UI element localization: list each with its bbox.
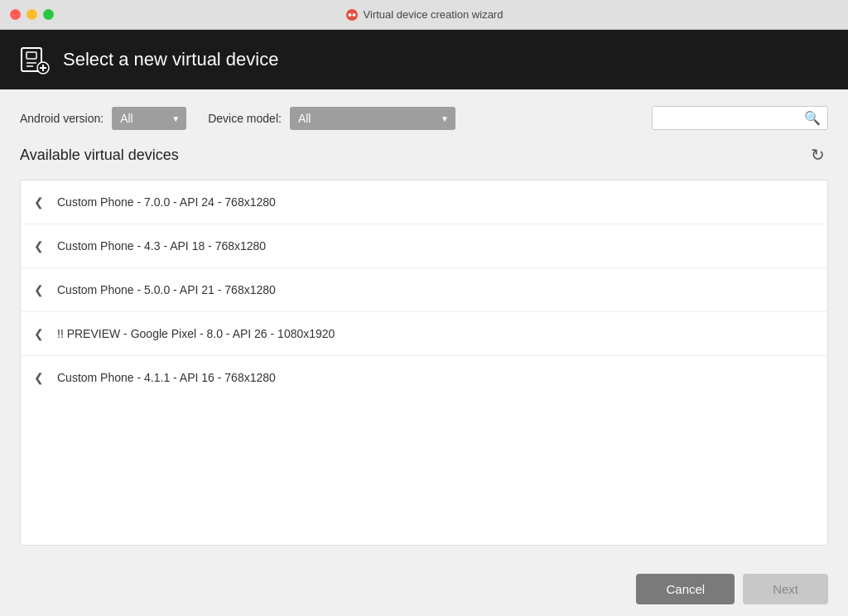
svg-point-2 <box>352 13 355 17</box>
next-button[interactable]: Next <box>743 574 828 604</box>
page-header: Select a new virtual device <box>0 30 848 89</box>
android-version-select-wrapper[interactable]: All <box>112 107 186 130</box>
main-window: Select a new virtual device Android vers… <box>0 30 848 616</box>
section-title: Available virtual devices <box>20 147 179 164</box>
page-title: Select a new virtual device <box>63 49 278 70</box>
app-icon <box>345 8 359 22</box>
chevron-down-icon: ❮ <box>34 195 47 209</box>
list-item[interactable]: ❮ Custom Phone - 4.1.1 - API 16 - 768x12… <box>21 356 827 399</box>
svg-point-1 <box>348 13 351 17</box>
close-button[interactable] <box>10 9 21 20</box>
svg-point-0 <box>346 9 358 21</box>
android-version-select[interactable]: All <box>112 107 186 130</box>
title-bar: Virtual device creation wizard <box>0 0 848 30</box>
device-name: !! PREVIEW - Google Pixel - 8.0 - API 26… <box>57 327 335 340</box>
window-controls <box>10 9 54 20</box>
chevron-down-icon: ❮ <box>34 327 47 340</box>
device-name: Custom Phone - 4.3 - API 18 - 768x1280 <box>57 239 266 253</box>
chevron-down-icon: ❮ <box>34 283 47 296</box>
chevron-down-icon: ❮ <box>34 371 47 384</box>
android-version-label: Android version: <box>20 112 104 125</box>
search-box[interactable]: 🔍 <box>652 106 828 130</box>
refresh-button[interactable]: ↻ <box>807 142 828 168</box>
device-name: Custom Phone - 4.1.1 - API 16 - 768x1280 <box>57 371 276 384</box>
list-item[interactable]: ❮ Custom Phone - 7.0.0 - API 24 - 768x12… <box>21 180 827 224</box>
device-model-select-wrapper[interactable]: All <box>290 107 455 130</box>
device-list[interactable]: ❮ Custom Phone - 7.0.0 - API 24 - 768x12… <box>20 180 828 546</box>
svg-rect-4 <box>26 52 36 59</box>
title-bar-title: Virtual device creation wizard <box>345 8 504 22</box>
content-area: Android version: All Device model: All 🔍… <box>0 89 848 562</box>
list-item[interactable]: ❮ !! PREVIEW - Google Pixel - 8.0 - API … <box>21 312 827 356</box>
search-button[interactable]: 🔍 <box>804 110 821 126</box>
device-name: Custom Phone - 5.0.0 - API 21 - 768x1280 <box>57 283 276 296</box>
list-item[interactable]: ❮ Custom Phone - 4.3 - API 18 - 768x1280 <box>21 224 827 268</box>
section-header: Available virtual devices ↻ <box>20 142 828 168</box>
window-title: Virtual device creation wizard <box>364 8 504 21</box>
device-model-select[interactable]: All <box>290 107 455 130</box>
device-name: Custom Phone - 7.0.0 - API 24 - 768x1280 <box>57 195 276 209</box>
maximize-button[interactable] <box>43 9 54 20</box>
footer: Cancel Next <box>0 562 848 616</box>
minimize-button[interactable] <box>26 9 37 20</box>
search-input[interactable] <box>659 112 804 125</box>
chevron-down-icon: ❮ <box>34 239 47 253</box>
cancel-button[interactable]: Cancel <box>636 574 735 604</box>
device-model-label: Device model: <box>208 112 282 125</box>
filter-row: Android version: All Device model: All 🔍 <box>20 106 828 130</box>
page-header-icon <box>20 45 50 75</box>
list-item[interactable]: ❮ Custom Phone - 5.0.0 - API 21 - 768x12… <box>21 268 827 312</box>
